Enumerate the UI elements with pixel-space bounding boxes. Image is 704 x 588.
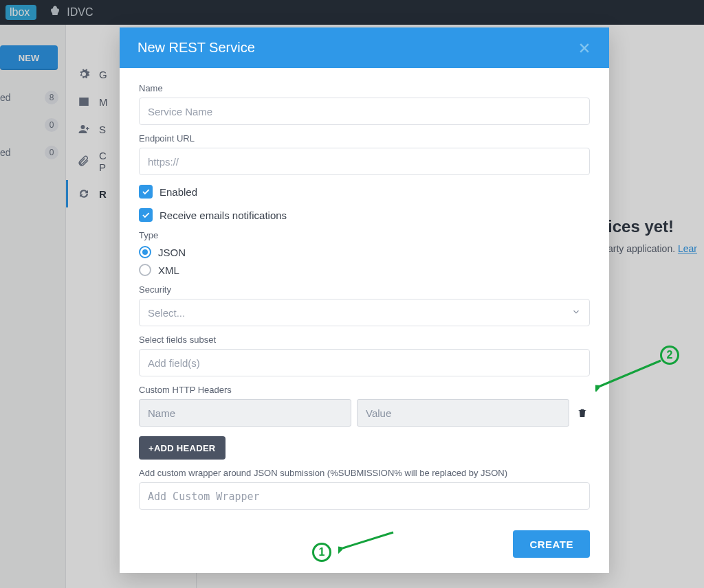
radio-unselected-icon (139, 264, 151, 276)
modal-header: New REST Service (120, 27, 609, 68)
trash-icon[interactable] (575, 405, 590, 420)
subset-input[interactable] (139, 349, 590, 376)
close-icon[interactable] (578, 41, 591, 55)
add-header-button[interactable]: +ADD HEADER (139, 436, 226, 460)
type-xml-radio[interactable]: XML (139, 264, 590, 276)
type-label: Type (139, 230, 590, 240)
name-input[interactable] (139, 98, 590, 125)
url-label: Endpoint URL (139, 133, 590, 144)
app-root: lbox IDVC NEW ed 8 0 ed 0 G (0, 0, 704, 588)
modal-new-rest-service: New REST Service Name Endpoint URL Enabl… (120, 27, 609, 573)
modal-title: New REST Service (138, 40, 255, 56)
security-select[interactable]: Select... (139, 299, 590, 326)
modal-footer: CREATE (120, 521, 609, 573)
enabled-checkbox-row[interactable]: Enabled (139, 185, 590, 199)
checkbox-checked-icon (139, 185, 153, 199)
type-json-radio[interactable]: JSON (139, 246, 590, 258)
headers-label: Custom HTTP Headers (139, 385, 590, 395)
header-value-input[interactable] (357, 399, 569, 427)
emails-label: Receive emails notifications (160, 210, 287, 221)
header-row (139, 399, 590, 427)
checkbox-checked-icon (139, 208, 153, 222)
enabled-label: Enabled (160, 186, 197, 198)
emails-checkbox-row[interactable]: Receive emails notifications (139, 208, 590, 222)
wrapper-input[interactable] (139, 482, 590, 510)
modal-body: Name Endpoint URL Enabled Receive emails… (120, 68, 609, 521)
name-label: Name (139, 83, 590, 93)
subset-label: Select fields subset (139, 335, 590, 345)
radio-selected-icon (139, 246, 151, 258)
security-label: Security (139, 284, 590, 295)
wrapper-label: Add custom wrapper around JSON submissio… (139, 468, 590, 478)
create-button[interactable]: CREATE (513, 530, 590, 558)
url-input[interactable] (139, 148, 590, 175)
chevron-down-icon (571, 307, 581, 319)
header-name-input[interactable] (139, 399, 351, 427)
